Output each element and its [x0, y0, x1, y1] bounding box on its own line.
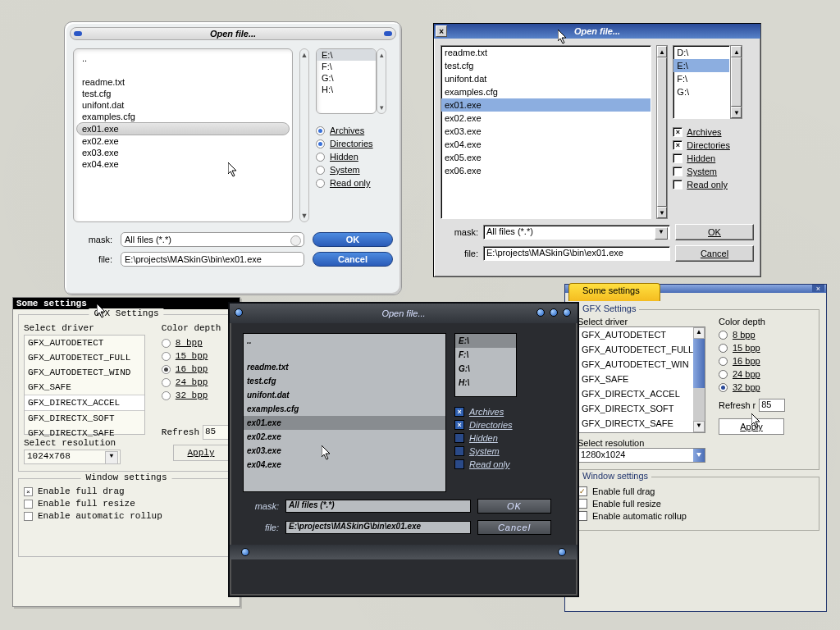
- list-item[interactable]: ex02.exe: [244, 430, 445, 444]
- file-input[interactable]: E:\projects\MASkinG\bin\ex01.exe: [121, 252, 304, 267]
- list-item[interactable]: test.cfg: [244, 374, 445, 388]
- directories-filter[interactable]: ×Directories: [673, 140, 754, 150]
- titlebar-orb-icon[interactable]: [536, 308, 545, 317]
- scroll-up-icon[interactable]: ▲: [693, 327, 705, 339]
- list-item[interactable]: examples.cfg: [441, 85, 651, 98]
- scroll-down-icon[interactable]: ▼: [301, 212, 308, 220]
- list-item[interactable]: ex06.exe: [441, 164, 651, 177]
- list-item[interactable]: unifont.dat: [441, 72, 651, 85]
- list-item[interactable]: ex01.exe: [244, 416, 445, 430]
- scroll-down-icon[interactable]: ▼: [693, 421, 705, 432]
- hidden-filter[interactable]: Hidden: [673, 153, 754, 163]
- resolution-select[interactable]: 840x630: [24, 450, 121, 464]
- list-item[interactable]: readme.txt: [244, 360, 445, 374]
- directories-filter[interactable]: Directories: [316, 139, 386, 148]
- driver-item[interactable]: GFX_SAFE: [25, 380, 144, 395]
- scrollbar[interactable]: ▲▼: [693, 327, 705, 432]
- drive-list[interactable]: E:\ F:\ G:\ H:\: [316, 48, 377, 114]
- drive-item[interactable]: F:\: [673, 72, 729, 85]
- scroll-down-icon[interactable]: ▼: [731, 107, 742, 118]
- list-item[interactable]: ex03.exe: [244, 444, 445, 458]
- directories-filter[interactable]: ×Directories: [454, 420, 517, 430]
- driver-item[interactable]: GFX_DIRECTX_ACCEL: [578, 386, 705, 401]
- list-item[interactable]: ..: [244, 334, 445, 348]
- file-input[interactable]: E:\projects\MASkinG\bin\ex01.exe: [285, 521, 471, 534]
- readonly-filter[interactable]: Read only: [316, 178, 386, 188]
- auto-rollup-check[interactable]: Enable automatic rollup: [24, 511, 229, 521]
- drive-item[interactable]: H:\: [455, 376, 516, 390]
- scroll-up-icon[interactable]: ▲: [301, 51, 308, 59]
- list-item[interactable]: unifont.dat: [77, 99, 289, 111]
- system-filter[interactable]: System: [454, 446, 517, 456]
- list-item[interactable]: ex02.exe: [77, 135, 289, 147]
- drive-list[interactable]: D:\ E:\ F:\ G:\: [673, 45, 730, 119]
- depth-radio[interactable]: 24 bpp: [162, 377, 229, 387]
- driver-item[interactable]: GFX_AUTODETECT: [25, 336, 144, 350]
- list-item[interactable]: test.cfg: [441, 59, 651, 72]
- titlebar[interactable]: Some settings: [13, 298, 240, 309]
- driver-item[interactable]: GFX_SAFE: [578, 372, 705, 386]
- ok-button[interactable]: OK: [477, 499, 551, 514]
- list-item[interactable]: ex03.exe: [77, 147, 289, 158]
- archives-filter[interactable]: ×Archives: [454, 407, 517, 417]
- drive-item[interactable]: H:\: [317, 84, 376, 95]
- driver-item[interactable]: GFX_AUTODETECT_WIN: [578, 357, 705, 372]
- drive-item[interactable]: E:\: [673, 59, 729, 72]
- drive-item[interactable]: G:\: [317, 72, 376, 84]
- titlebar-button-left[interactable]: [74, 31, 82, 36]
- scrollbar[interactable]: ▴▾: [377, 48, 386, 114]
- drive-item[interactable]: E:\: [455, 334, 516, 348]
- driver-item[interactable]: GFX_DIRECTX_SOFT: [25, 411, 144, 426]
- driver-list[interactable]: GFX_AUTODETECT GFX_AUTODETECT_FULL GFX_A…: [578, 326, 705, 433]
- mask-select[interactable]: All files (*.*): [285, 500, 471, 513]
- full-drag-check[interactable]: ×Enable full drag: [24, 486, 229, 496]
- ok-button[interactable]: OK: [675, 224, 754, 240]
- depth-radio[interactable]: 16 bpp: [162, 364, 229, 374]
- scrollbar[interactable]: ▲▼: [730, 45, 742, 119]
- list-item[interactable]: examples.cfg: [77, 111, 289, 122]
- system-filter[interactable]: System: [673, 167, 754, 176]
- list-item[interactable]: ex02.exe: [441, 112, 651, 125]
- list-item[interactable]: ex04.exe: [441, 138, 651, 151]
- list-item[interactable]: ex05.exe: [441, 151, 651, 164]
- drive-item[interactable]: E:\: [317, 49, 376, 61]
- depth-radio[interactable]: 15 bpp: [162, 351, 229, 361]
- file-list[interactable]: readme.txt test.cfg unifont.dat examples…: [441, 45, 651, 219]
- drive-item[interactable]: D:\: [673, 46, 729, 59]
- titlebar-button-right[interactable]: [384, 31, 392, 36]
- resolution-select[interactable]: 1280x1024: [578, 448, 705, 463]
- list-item[interactable]: readme.txt: [77, 76, 289, 88]
- drive-item[interactable]: F:\: [317, 61, 376, 72]
- list-item[interactable]: ex01.exe: [441, 98, 651, 112]
- driver-item[interactable]: GFX_DIRECTX_SOFT: [578, 401, 705, 416]
- titlebar-orb-icon[interactable]: [550, 308, 558, 317]
- depth-radio[interactable]: 8 bpp: [719, 330, 785, 340]
- driver-item[interactable]: GFX_DIRECTX_ACCEL: [25, 395, 144, 411]
- titlebar-orb-icon[interactable]: [235, 308, 243, 317]
- driver-list[interactable]: GFX_AUTODETECT GFX_AUTODETECT_FULL GFX_A…: [24, 335, 145, 435]
- full-resize-check[interactable]: Enable full resize: [24, 499, 229, 509]
- titlebar[interactable]: Open file...: [70, 27, 396, 40]
- list-item[interactable]: ex04.exe: [77, 158, 289, 170]
- scroll-up-icon[interactable]: ▲: [731, 46, 742, 57]
- driver-item[interactable]: GFX_AUTODETECT_FULL: [25, 350, 144, 365]
- scrollbar[interactable]: ▲▼: [656, 45, 669, 219]
- depth-radio[interactable]: 16 bpp: [719, 356, 785, 366]
- refresh-input[interactable]: 85: [203, 425, 229, 440]
- close-icon[interactable]: ×: [812, 285, 824, 292]
- file-input[interactable]: E:\projects\MASkinG\bin\ex01.exe: [483, 246, 670, 261]
- hidden-filter[interactable]: Hidden: [454, 433, 517, 443]
- readonly-filter[interactable]: Read only: [454, 459, 517, 469]
- list-item[interactable]: unifont.dat: [244, 388, 445, 402]
- depth-radio[interactable]: 24 bpp: [719, 369, 785, 379]
- depth-radio[interactable]: 32 bpp: [719, 382, 785, 392]
- cancel-button[interactable]: Cancel: [675, 245, 754, 262]
- list-item[interactable]: ex03.exe: [441, 125, 651, 138]
- drive-list[interactable]: E:\ F:\ G:\ H:\: [454, 333, 517, 397]
- file-list[interactable]: .. readme.txt test.cfg unifont.dat examp…: [243, 333, 446, 492]
- drive-item[interactable]: G:\: [673, 85, 729, 98]
- driver-item[interactable]: GFX_AUTODETECT_WIND: [25, 365, 144, 380]
- full-drag-check[interactable]: ✓Enable full drag: [578, 486, 814, 496]
- full-resize-check[interactable]: Enable full resize: [578, 499, 814, 509]
- list-item[interactable]: ..: [77, 52, 289, 64]
